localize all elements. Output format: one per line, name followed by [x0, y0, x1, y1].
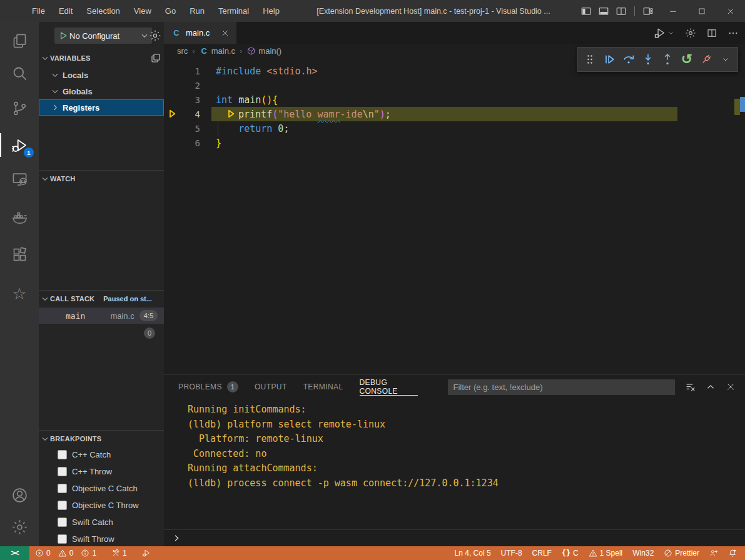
copy-value-icon[interactable] — [150, 52, 161, 64]
code-line[interactable]: 3int main(){ — [164, 92, 745, 107]
status-tasks[interactable]: 1 — [108, 546, 130, 560]
panel-tab-debug-console[interactable]: DEBUG CONSOLE — [360, 375, 418, 399]
status-eol[interactable]: CRLF — [529, 546, 555, 560]
close-tab-icon[interactable] — [220, 28, 230, 38]
breadcrumb-item-main[interactable]: main() — [246, 46, 281, 56]
debug-console-input-row[interactable] — [164, 529, 745, 546]
call-stack-section-header[interactable]: CALL STACK Paused on st... — [39, 292, 164, 306]
activity-item-run-and-debug[interactable]: 1 — [0, 130, 39, 160]
breakpoint-row[interactable]: C++ Catch — [39, 446, 164, 463]
call-stack-thread-row[interactable]: 0 — [39, 326, 164, 340]
menu-run[interactable]: Run — [183, 0, 211, 22]
breakpoint-checkbox[interactable] — [58, 518, 67, 527]
tab-main-c[interactable]: C main.c — [164, 22, 236, 44]
breakpoint-row[interactable]: Swift Throw — [39, 531, 164, 548]
menu-terminal[interactable]: Terminal — [211, 0, 256, 22]
debug-settings-gear-icon[interactable] — [149, 29, 161, 42]
status-debug-session[interactable] — [139, 546, 154, 560]
breadcrumb-item-mainc[interactable]: Cmain.c — [200, 46, 235, 56]
gutter-glyph-margin[interactable] — [164, 107, 180, 121]
panel-tab-terminal[interactable]: TERMINAL — [303, 375, 343, 399]
activity-item-explorer[interactable] — [0, 26, 39, 56]
breakpoint-row[interactable]: Objective C Throw — [39, 497, 164, 514]
debug-config-dropdown[interactable]: No Configurat — [54, 28, 152, 44]
status-errors[interactable]: 0 — [32, 546, 54, 560]
breakpoint-row[interactable]: C++ Throw — [39, 463, 164, 480]
console-filter-input[interactable] — [448, 379, 675, 395]
minimize-button[interactable] — [659, 0, 687, 22]
activity-item-docker[interactable] — [0, 202, 39, 232]
layout-sidebar-icon[interactable] — [580, 6, 592, 17]
code-line[interactable]: 4printf("hello wamr-ide\n"); — [164, 107, 745, 121]
breakpoint-row[interactable]: Swift Catch — [39, 514, 164, 531]
start-debug-icon[interactable] — [58, 31, 68, 41]
remote-indicator[interactable]: >< — [0, 546, 29, 560]
menu-help[interactable]: Help — [256, 0, 286, 22]
activity-item-search[interactable] — [0, 58, 39, 88]
breakpoint-checkbox[interactable] — [58, 467, 67, 476]
run-or-debug-button[interactable] — [654, 27, 675, 39]
status-language-mode[interactable]: {}C — [559, 546, 582, 560]
watch-section-header[interactable]: WATCH — [39, 172, 164, 186]
breakpoint-checkbox[interactable] — [58, 484, 67, 493]
breakpoint-row[interactable]: Objective C Catch — [39, 480, 164, 497]
activity-item-manage[interactable] — [0, 512, 39, 542]
breadcrumb-item-src[interactable]: src — [177, 46, 188, 56]
maximize-button[interactable] — [687, 0, 716, 22]
status-cursor-position[interactable]: Ln 4, Col 5 — [452, 546, 494, 560]
activity-item-remote-explorer[interactable] — [0, 164, 39, 194]
status-encoding[interactable]: UTF-8 — [498, 546, 525, 560]
breakpoint-checkbox[interactable] — [58, 534, 67, 544]
call-stack-frame[interactable]: mainmain.c4:5 — [39, 308, 164, 324]
code-line[interactable]: 2 — [164, 78, 745, 92]
panel-tab-problems[interactable]: PROBLEMS1 — [178, 375, 238, 399]
menu-edit[interactable]: Edit — [52, 0, 79, 22]
split-editor-button[interactable] — [706, 28, 717, 39]
status-infos[interactable]: 1 — [78, 546, 99, 560]
variables-section-header[interactable]: VARIABLES — [39, 51, 164, 65]
status-spell-checker[interactable]: 1 Spell — [585, 546, 626, 560]
more-actions-button[interactable] — [727, 28, 739, 39]
continue-button[interactable] — [602, 51, 616, 68]
more-debug-actions[interactable] — [719, 51, 732, 68]
status-warnings[interactable]: 0 — [55, 546, 77, 560]
gutter-glyph-margin[interactable] — [164, 92, 180, 107]
open-settings-button[interactable] — [685, 28, 696, 39]
layout-customize-icon[interactable] — [642, 6, 654, 17]
step-over-button[interactable] — [622, 51, 636, 68]
layout-splitview-icon[interactable] — [616, 6, 627, 17]
step-out-button[interactable] — [661, 51, 674, 68]
close-button[interactable] — [716, 0, 745, 22]
layout-panel-icon[interactable] — [598, 6, 609, 17]
activity-item-extensions[interactable] — [0, 239, 39, 269]
activity-item-wamr-ide[interactable]: ☆ — [0, 279, 39, 309]
status-feedback[interactable] — [706, 546, 721, 560]
step-into-button[interactable] — [641, 51, 655, 68]
status-prettier[interactable]: Prettier — [661, 546, 702, 560]
gutter-glyph-margin[interactable] — [164, 64, 180, 78]
menu-view[interactable]: View — [127, 0, 158, 22]
gutter-glyph-margin[interactable] — [164, 121, 180, 136]
variables-scope-locals[interactable]: Locals — [39, 67, 164, 83]
close-panel-button[interactable] — [725, 381, 736, 392]
menu-go[interactable]: Go — [158, 0, 183, 22]
maximize-panel-button[interactable] — [705, 381, 716, 392]
status-platform[interactable]: Win32 — [629, 546, 657, 560]
code-line[interactable]: 5 return 0; — [164, 121, 745, 136]
variables-scope-registers[interactable]: Registers — [39, 99, 164, 116]
gutter-glyph-margin[interactable] — [164, 78, 180, 92]
activity-item-accounts[interactable] — [0, 480, 39, 510]
menu-file[interactable]: File — [25, 0, 52, 22]
disconnect-button[interactable] — [699, 51, 713, 68]
menu-selection[interactable]: Selection — [79, 0, 126, 22]
breakpoints-section-header[interactable]: BREAKPOINTS — [39, 432, 164, 446]
status-notifications[interactable] — [725, 546, 740, 560]
breakpoint-checkbox[interactable] — [58, 501, 67, 510]
activity-item-source-control[interactable] — [0, 93, 39, 123]
gutter-glyph-margin[interactable] — [164, 136, 180, 150]
variables-scope-globals[interactable]: Globals — [39, 83, 164, 99]
breakpoint-checkbox[interactable] — [58, 450, 67, 459]
clear-console-button[interactable] — [685, 381, 696, 392]
code-editor[interactable]: 1#include <stdio.h>23int main(){4printf(… — [164, 58, 745, 375]
panel-tab-output[interactable]: OUTPUT — [255, 375, 287, 399]
